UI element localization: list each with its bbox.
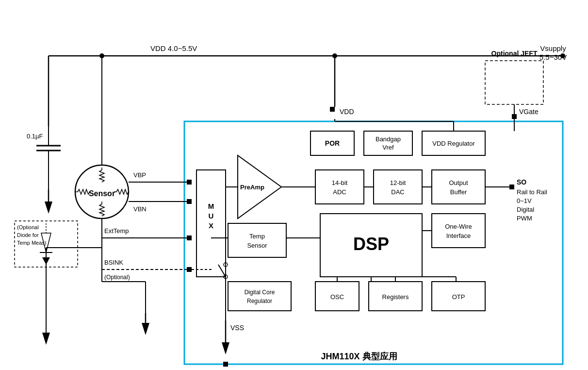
digital-core-label: Digital Core: [245, 289, 275, 296]
digital-label: Digital: [517, 206, 534, 213]
svg-rect-57: [509, 185, 514, 189]
mux-label: M: [208, 202, 214, 210]
svg-text:Temp Meas): Temp Meas): [17, 240, 47, 246]
svg-rect-64: [228, 282, 291, 311]
output-buf-label-2: Buffer: [450, 188, 467, 196]
por-label: POR: [325, 139, 340, 147]
svg-rect-49: [364, 131, 412, 155]
svg-text:Diode for: Diode for: [17, 232, 39, 238]
preamp-label: PreAmp: [240, 184, 264, 191]
mux-label-2: U: [209, 212, 214, 220]
dsp-label: DSP: [353, 234, 389, 254]
zero-1v-label: 0~1V: [517, 197, 532, 204]
vdd-pin-label: VDD: [340, 108, 354, 116]
capacitor-label: 0.1μF: [27, 133, 43, 140]
svg-rect-29: [187, 180, 192, 185]
svg-point-3: [560, 53, 565, 58]
svg-rect-7: [330, 107, 335, 112]
one-wire-label-2: Interface: [446, 232, 471, 239]
vgate-label: VGate: [519, 108, 539, 116]
circuit-diagram: VDD 4.0~5.5V Vsupply 5.5~30V Optional JE…: [0, 0, 588, 370]
svg-rect-51: [315, 170, 364, 204]
pwm-label: PWM: [517, 215, 532, 222]
registers-label: Registers: [382, 293, 409, 301]
output-buf-label: Output: [449, 179, 468, 186]
rail-to-rail-label: Rail to Rail: [517, 188, 547, 196]
temp-sensor-label-2: Sensor: [247, 242, 267, 249]
optional-bsink-label: (Optional): [104, 274, 130, 281]
digital-core-label-2: Regulator: [247, 298, 272, 304]
svg-rect-33: [187, 235, 192, 240]
vsupply-label: Vsupply: [540, 44, 566, 52]
title-label: JHM110X 典型应用: [321, 351, 397, 361]
svg-rect-9: [512, 114, 517, 119]
temp-sensor-label: Temp: [249, 233, 265, 240]
dac-label-2: DAC: [391, 188, 404, 196]
adc-label-2: ADC: [333, 188, 346, 196]
svg-rect-31: [187, 199, 192, 204]
svg-rect-35: [187, 267, 192, 272]
vdd-reg-label: VDD Regulator: [432, 140, 475, 147]
svg-point-6: [332, 53, 337, 58]
otp-label: OTP: [452, 293, 465, 301]
vref-label: Vref: [382, 144, 394, 151]
vdd-label: VDD 4.0~5.5V: [150, 44, 197, 52]
vss-label: VSS: [230, 324, 244, 332]
one-wire-label: One-Wire: [445, 223, 472, 230]
exttemp-label: ExtTemp: [104, 227, 129, 235]
osc-label: OSC: [330, 293, 344, 301]
so-label: SO: [517, 178, 526, 186]
svg-rect-61: [228, 223, 286, 257]
mux-label-3: X: [209, 221, 213, 230]
svg-point-19: [99, 53, 104, 58]
vbp-label: VBP: [133, 171, 146, 179]
bandgap-label: Bandgap: [376, 135, 401, 143]
optional-diode-label: (Optional: [17, 224, 39, 230]
sensor-label: Sensor: [89, 189, 115, 198]
optional-jeft-label: Optional JEFT: [491, 50, 538, 57]
bsink-label: BSINK: [104, 259, 123, 266]
svg-rect-52: [374, 170, 422, 204]
dac-label: 12-bit: [390, 179, 406, 186]
svg-rect-53: [432, 170, 485, 204]
adc-label: 14-bit: [332, 179, 348, 186]
svg-rect-82: [223, 362, 228, 367]
svg-rect-59: [432, 214, 485, 248]
vbn-label: VBN: [133, 205, 147, 213]
